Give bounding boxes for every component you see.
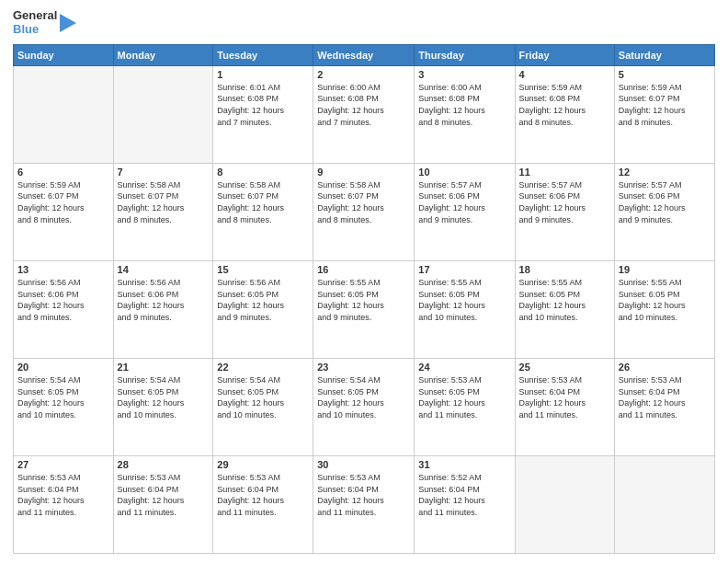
day-number: 24 (418, 362, 510, 373)
day-info: Sunrise: 5:58 AM Sunset: 6:07 PM Dayligh… (217, 179, 309, 225)
week-row-1: 1Sunrise: 6:01 AM Sunset: 6:08 PM Daylig… (14, 65, 715, 163)
logo-general: General (13, 9, 57, 23)
calendar-cell: 14Sunrise: 5:56 AM Sunset: 6:06 PM Dayli… (113, 260, 213, 358)
calendar-body: 1Sunrise: 6:01 AM Sunset: 6:08 PM Daylig… (14, 65, 715, 553)
week-row-2: 6Sunrise: 5:59 AM Sunset: 6:07 PM Daylig… (14, 163, 715, 260)
week-row-5: 27Sunrise: 5:53 AM Sunset: 6:04 PM Dayli… (14, 455, 715, 553)
day-info: Sunrise: 5:56 AM Sunset: 6:06 PM Dayligh… (118, 277, 210, 323)
calendar-cell: 19Sunrise: 5:55 AM Sunset: 6:05 PM Dayli… (614, 260, 714, 358)
day-number: 4 (519, 69, 610, 80)
day-number: 20 (17, 362, 109, 373)
day-number: 3 (418, 69, 510, 80)
calendar-cell (515, 455, 614, 553)
day-number: 30 (317, 459, 410, 470)
calendar-cell: 6Sunrise: 5:59 AM Sunset: 6:07 PM Daylig… (14, 163, 114, 260)
calendar-cell: 15Sunrise: 5:56 AM Sunset: 6:05 PM Dayli… (213, 260, 313, 358)
day-number: 26 (619, 362, 711, 373)
calendar-cell: 1Sunrise: 6:01 AM Sunset: 6:08 PM Daylig… (213, 65, 313, 163)
calendar-cell: 22Sunrise: 5:54 AM Sunset: 6:05 PM Dayli… (213, 358, 313, 455)
day-info: Sunrise: 5:53 AM Sunset: 6:04 PM Dayligh… (118, 472, 210, 518)
day-number: 25 (519, 362, 610, 373)
calendar-cell: 8Sunrise: 5:58 AM Sunset: 6:07 PM Daylig… (213, 163, 313, 260)
calendar-cell: 23Sunrise: 5:54 AM Sunset: 6:05 PM Dayli… (313, 358, 415, 455)
calendar-table: SundayMondayTuesdayWednesdayThursdayFrid… (13, 44, 715, 554)
calendar-cell: 10Sunrise: 5:57 AM Sunset: 6:06 PM Dayli… (415, 163, 515, 260)
day-number: 23 (317, 362, 410, 373)
day-number: 11 (519, 167, 610, 178)
day-info: Sunrise: 5:57 AM Sunset: 6:06 PM Dayligh… (418, 179, 510, 225)
calendar-cell: 30Sunrise: 5:53 AM Sunset: 6:04 PM Dayli… (313, 455, 415, 553)
day-number: 27 (17, 459, 109, 470)
day-number: 16 (317, 264, 410, 275)
day-number: 7 (118, 167, 210, 178)
weekday-header-monday: Monday (113, 44, 213, 65)
calendar-cell: 9Sunrise: 5:58 AM Sunset: 6:07 PM Daylig… (313, 163, 415, 260)
weekday-header-friday: Friday (515, 44, 614, 65)
day-number: 9 (317, 167, 410, 178)
day-number: 22 (217, 362, 309, 373)
day-info: Sunrise: 5:55 AM Sunset: 6:05 PM Dayligh… (519, 277, 610, 323)
calendar-cell: 5Sunrise: 5:59 AM Sunset: 6:07 PM Daylig… (614, 65, 714, 163)
day-info: Sunrise: 6:01 AM Sunset: 6:08 PM Dayligh… (217, 82, 309, 128)
day-number: 5 (619, 69, 711, 80)
calendar-cell: 28Sunrise: 5:53 AM Sunset: 6:04 PM Dayli… (113, 455, 213, 553)
day-number: 18 (519, 264, 610, 275)
calendar-cell: 27Sunrise: 5:53 AM Sunset: 6:04 PM Dayli… (14, 455, 114, 553)
logo-blue: Blue (13, 23, 57, 37)
day-info: Sunrise: 5:58 AM Sunset: 6:07 PM Dayligh… (317, 179, 410, 225)
calendar-cell (614, 455, 714, 553)
day-number: 13 (17, 264, 109, 275)
calendar-cell: 3Sunrise: 6:00 AM Sunset: 6:08 PM Daylig… (415, 65, 515, 163)
day-number: 2 (317, 69, 410, 80)
day-number: 17 (418, 264, 510, 275)
weekday-header-saturday: Saturday (614, 44, 714, 65)
calendar-container: General Blue SundayMondayTuesdayWednesda… (0, 0, 728, 563)
day-number: 21 (118, 362, 210, 373)
logo-graphic: General Blue (13, 9, 76, 37)
day-number: 10 (418, 167, 510, 178)
day-info: Sunrise: 5:57 AM Sunset: 6:06 PM Dayligh… (519, 179, 610, 225)
day-info: Sunrise: 5:54 AM Sunset: 6:05 PM Dayligh… (17, 374, 109, 420)
day-info: Sunrise: 5:55 AM Sunset: 6:05 PM Dayligh… (619, 277, 711, 323)
day-info: Sunrise: 5:53 AM Sunset: 6:04 PM Dayligh… (17, 472, 109, 518)
weekday-header-wednesday: Wednesday (313, 44, 415, 65)
day-number: 19 (619, 264, 711, 275)
day-info: Sunrise: 5:54 AM Sunset: 6:05 PM Dayligh… (217, 374, 309, 420)
calendar-cell: 20Sunrise: 5:54 AM Sunset: 6:05 PM Dayli… (14, 358, 114, 455)
day-number: 6 (17, 167, 109, 178)
calendar-cell: 29Sunrise: 5:53 AM Sunset: 6:04 PM Dayli… (213, 455, 313, 553)
calendar-cell: 16Sunrise: 5:55 AM Sunset: 6:05 PM Dayli… (313, 260, 415, 358)
day-info: Sunrise: 5:59 AM Sunset: 6:08 PM Dayligh… (519, 82, 610, 128)
calendar-cell: 21Sunrise: 5:54 AM Sunset: 6:05 PM Dayli… (113, 358, 213, 455)
calendar-cell: 18Sunrise: 5:55 AM Sunset: 6:05 PM Dayli… (515, 260, 614, 358)
day-info: Sunrise: 5:57 AM Sunset: 6:06 PM Dayligh… (619, 179, 711, 225)
calendar-cell (14, 65, 114, 163)
calendar-cell: 25Sunrise: 5:53 AM Sunset: 6:04 PM Dayli… (515, 358, 614, 455)
weekday-header-thursday: Thursday (415, 44, 515, 65)
day-number: 28 (118, 459, 210, 470)
weekday-header-row: SundayMondayTuesdayWednesdayThursdayFrid… (14, 44, 715, 65)
calendar-cell: 26Sunrise: 5:53 AM Sunset: 6:04 PM Dayli… (614, 358, 714, 455)
day-number: 31 (418, 459, 510, 470)
calendar-cell: 2Sunrise: 6:00 AM Sunset: 6:08 PM Daylig… (313, 65, 415, 163)
day-info: Sunrise: 5:55 AM Sunset: 6:05 PM Dayligh… (418, 277, 510, 323)
header: General Blue (13, 9, 715, 37)
week-row-4: 20Sunrise: 5:54 AM Sunset: 6:05 PM Dayli… (14, 358, 715, 455)
week-row-3: 13Sunrise: 5:56 AM Sunset: 6:06 PM Dayli… (14, 260, 715, 358)
day-info: Sunrise: 5:55 AM Sunset: 6:05 PM Dayligh… (317, 277, 410, 323)
calendar-cell: 31Sunrise: 5:52 AM Sunset: 6:04 PM Dayli… (415, 455, 515, 553)
logo: General Blue (13, 9, 76, 37)
day-info: Sunrise: 5:59 AM Sunset: 6:07 PM Dayligh… (619, 82, 711, 128)
day-info: Sunrise: 5:53 AM Sunset: 6:04 PM Dayligh… (217, 472, 309, 518)
day-number: 1 (217, 69, 309, 80)
calendar-cell: 12Sunrise: 5:57 AM Sunset: 6:06 PM Dayli… (614, 163, 714, 260)
day-info: Sunrise: 5:53 AM Sunset: 6:04 PM Dayligh… (317, 472, 410, 518)
day-number: 14 (118, 264, 210, 275)
calendar-cell: 4Sunrise: 5:59 AM Sunset: 6:08 PM Daylig… (515, 65, 614, 163)
day-info: Sunrise: 5:59 AM Sunset: 6:07 PM Dayligh… (17, 179, 109, 225)
logo-arrow-icon (60, 14, 76, 32)
weekday-header-tuesday: Tuesday (213, 44, 313, 65)
day-number: 12 (619, 167, 711, 178)
day-info: Sunrise: 5:53 AM Sunset: 6:05 PM Dayligh… (418, 374, 510, 420)
day-info: Sunrise: 5:56 AM Sunset: 6:06 PM Dayligh… (17, 277, 109, 323)
